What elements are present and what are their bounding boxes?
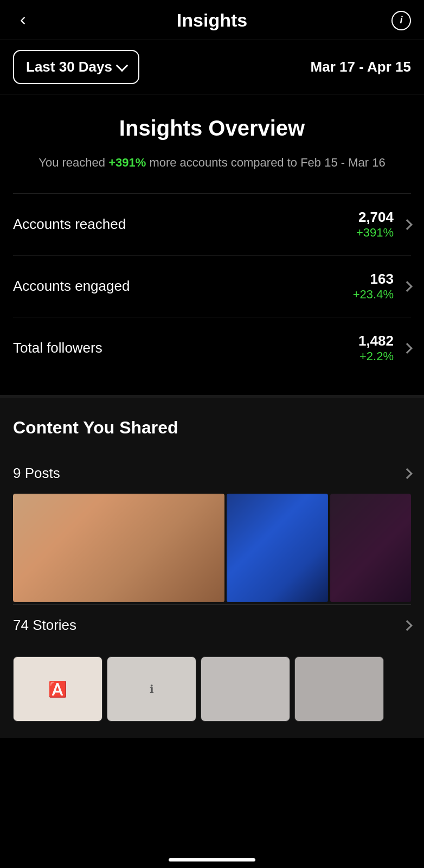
story-thumbnail-3 [201, 656, 290, 722]
stat-values-accounts-engaged: 163 +23.4% [353, 271, 394, 302]
home-indicator [0, 850, 424, 868]
story-thumbnail-1: 🅰️ [13, 656, 102, 722]
stat-row-accounts-reached[interactable]: Accounts reached 2,704 +391% [13, 193, 411, 255]
date-filter-button[interactable]: Last 30 Days [13, 50, 139, 84]
chevron-right-icon-engaged [402, 281, 413, 292]
info-button[interactable]: i [391, 11, 411, 30]
story-thumbnail-4 [294, 656, 384, 722]
stories-row[interactable]: 74 Stories [13, 605, 411, 646]
chevron-right-posts-icon [402, 468, 413, 479]
subtitle-percent: +391% [108, 156, 146, 169]
stat-change-accounts-reached: +391% [356, 226, 394, 240]
stat-right-accounts-reached: 2,704 +391% [356, 209, 411, 240]
stat-label-accounts-reached: Accounts reached [13, 216, 126, 233]
subtitle-prefix: You reached [38, 156, 108, 169]
subtitle-suffix: more accounts compared to Feb 15 - Mar 1… [146, 156, 385, 169]
date-range-display: Mar 17 - Apr 15 [311, 59, 411, 75]
content-section-title: Content You Shared [13, 418, 411, 438]
home-bar [169, 858, 255, 861]
posts-row[interactable]: 9 Posts [13, 453, 411, 494]
overview-title: Insights Overview [13, 116, 411, 141]
posts-label: 9 Posts [13, 465, 60, 482]
stat-label-total-followers: Total followers [13, 340, 102, 356]
stat-change-total-followers: +2.2% [358, 349, 394, 363]
stat-number-accounts-reached: 2,704 [356, 209, 394, 226]
story-thumbnail-1-content: 🅰️ [14, 657, 102, 721]
date-filter-label: Last 30 Days [26, 59, 112, 75]
post-thumbnail-3 [330, 494, 411, 602]
stat-change-accounts-engaged: +23.4% [353, 288, 394, 302]
stat-values-accounts-reached: 2,704 +391% [356, 209, 394, 240]
stats-list: Accounts reached 2,704 +391% Accounts en… [13, 193, 411, 379]
stat-number-accounts-engaged: 163 [353, 271, 394, 288]
post-thumbnail-1-image [13, 494, 224, 602]
back-button[interactable] [13, 11, 33, 30]
content-shared-section: Content You Shared 9 Posts 74 Stories 🅰️ [0, 398, 424, 738]
stat-row-total-followers[interactable]: Total followers 1,482 +2.2% [13, 317, 411, 379]
stat-number-total-followers: 1,482 [358, 333, 394, 349]
chevron-right-stories-icon [402, 620, 413, 631]
post-thumbnail-2 [227, 494, 328, 602]
stat-right-accounts-engaged: 163 +23.4% [353, 271, 411, 302]
post-thumbnail-1 [13, 494, 224, 602]
app-header: Insights i [0, 0, 424, 40]
story-thumbnail-3-content [201, 657, 290, 721]
post-thumbnail-3-image [330, 494, 411, 602]
story-thumbnails: 🅰️ ℹ [13, 646, 411, 738]
stat-values-total-followers: 1,482 +2.2% [358, 333, 394, 363]
overview-subtitle: You reached +391% more accounts compared… [13, 154, 411, 171]
story-thumbnail-4-content [295, 657, 383, 721]
date-filter-bar: Last 30 Days Mar 17 - Apr 15 [0, 40, 424, 94]
chevron-down-icon [116, 59, 129, 72]
post-thumbnails [13, 494, 411, 602]
stat-row-accounts-engaged[interactable]: Accounts engaged 163 +23.4% [13, 255, 411, 317]
page-title: Insights [177, 10, 247, 31]
insights-overview-section: Insights Overview You reached +391% more… [0, 94, 424, 398]
post-thumbnail-2-image [227, 494, 328, 602]
story-thumbnail-2: ℹ [107, 656, 196, 722]
chevron-right-icon [402, 219, 413, 230]
stat-label-accounts-engaged: Accounts engaged [13, 278, 130, 295]
story-thumbnail-2-content: ℹ [107, 657, 196, 721]
stories-label: 74 Stories [13, 617, 76, 634]
chevron-right-icon-followers [402, 343, 413, 354]
stat-right-total-followers: 1,482 +2.2% [358, 333, 411, 363]
